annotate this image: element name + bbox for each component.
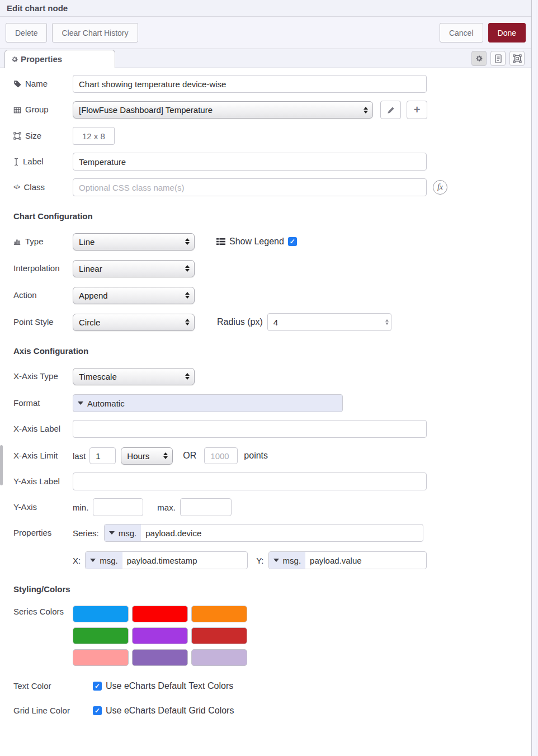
done-button[interactable]: Done: [488, 23, 526, 42]
class-input[interactable]: [73, 178, 427, 196]
select-arrows-icon: [185, 373, 190, 380]
series-color-swatch-9[interactable]: [191, 649, 247, 666]
gear-icon: [475, 54, 483, 63]
right-scrollbar-track[interactable]: [531, 0, 538, 756]
grid-line-color-checkbox[interactable]: ✓: [93, 706, 102, 715]
select-arrows-icon: [185, 319, 190, 325]
y-typed-input[interactable]: msg. payload.value: [268, 551, 427, 569]
radius-stepper[interactable]: [267, 313, 391, 331]
radius-input[interactable]: [267, 313, 391, 331]
delete-button[interactable]: Delete: [6, 23, 47, 42]
size-label: Size: [25, 131, 41, 141]
name-input[interactable]: [73, 75, 427, 93]
list-icon: [216, 238, 225, 245]
radius-label: Radius (px): [217, 317, 263, 327]
series-type-dropdown[interactable]: msg.: [105, 525, 141, 541]
y-type-dropdown[interactable]: msg.: [269, 552, 306, 569]
properties-form: Name Group [FlowFuse Dashboard] Temperat…: [0, 75, 538, 736]
x-type-dropdown[interactable]: msg.: [86, 552, 122, 569]
cancel-button[interactable]: Cancel: [440, 23, 483, 42]
dialog-toolbar: Delete Clear Chart History Cancel Done: [0, 17, 538, 49]
series-typed-input[interactable]: msg. payload.device: [104, 524, 423, 542]
series-color-swatch-1[interactable]: [73, 606, 129, 622]
y-property-label: Y:: [256, 556, 263, 565]
appearance-icon: [513, 54, 522, 63]
chart-bar-icon: [13, 238, 21, 245]
series-color-swatch-3[interactable]: [191, 606, 247, 622]
x-axis-label-input[interactable]: [73, 420, 427, 438]
series-value[interactable]: payload.device: [141, 525, 422, 541]
series-color-swatch-2[interactable]: [132, 606, 188, 622]
format-typed-input[interactable]: Automatic: [73, 394, 343, 412]
size-button[interactable]: 12 x 8: [73, 127, 115, 145]
size-label-group: Size: [13, 131, 73, 141]
code-icon: </>: [13, 184, 20, 191]
show-legend-checkbox[interactable]: ✓: [288, 237, 297, 246]
i-cursor-icon: [13, 158, 19, 166]
select-arrows-icon: [185, 292, 190, 299]
x-typed-input[interactable]: msg. payload.timestamp: [85, 551, 248, 569]
series-label: Series:: [73, 528, 99, 538]
dialog-title: Edit chart node: [0, 0, 538, 17]
caret-down-icon: [109, 531, 115, 535]
group-select-value: [FlowFuse Dashboard] Temperature: [79, 105, 213, 115]
x-axis-limit-unit-select[interactable]: Hours: [121, 447, 173, 465]
x-axis-type-select[interactable]: Timescale: [73, 368, 195, 385]
point-style-value: Circle: [79, 318, 100, 327]
series-color-swatch-8[interactable]: [132, 649, 188, 666]
x-property-value[interactable]: payload.timestamp: [122, 552, 247, 569]
select-arrows-icon: [364, 107, 368, 114]
y-property-value[interactable]: payload.value: [305, 552, 426, 569]
text-color-checkbox[interactable]: ✓: [93, 682, 102, 691]
tab-properties[interactable]: Properties: [4, 50, 115, 68]
chart-type-value: Line: [79, 237, 95, 247]
pencil-icon: [387, 106, 395, 114]
clear-chart-history-button[interactable]: Clear Chart History: [52, 23, 138, 42]
series-color-swatch-7[interactable]: [73, 649, 129, 666]
x-axis-limit-points-input[interactable]: [204, 447, 238, 464]
text-color-option: ✓ Use eCharts Default Text Colors: [93, 681, 233, 691]
node-appearance-button[interactable]: [509, 51, 525, 66]
series-color-swatch-4[interactable]: [73, 627, 129, 644]
grid-line-color-label: Grid Line Color: [13, 706, 73, 716]
styling-colors-heading: Styling/Colors: [13, 584, 525, 594]
group-label-group: Group: [13, 105, 73, 115]
tab-bar: Properties: [0, 49, 538, 68]
interpolation-select[interactable]: Linear: [73, 260, 195, 277]
series-color-swatch-6[interactable]: [191, 627, 247, 644]
series-color-swatch-5[interactable]: [132, 627, 188, 644]
x-axis-limit-label: X-Axis Limit: [13, 451, 73, 461]
group-label: Group: [25, 105, 49, 115]
action-select[interactable]: Append: [73, 287, 195, 304]
caret-down-icon: [78, 401, 83, 405]
type-label-group: Type: [13, 237, 73, 247]
table-icon: [13, 106, 21, 114]
y-axis-max-input[interactable]: [180, 498, 232, 516]
group-select[interactable]: [FlowFuse Dashboard] Temperature: [73, 101, 373, 119]
chart-type-select[interactable]: Line: [73, 233, 195, 251]
left-scrollbar-thumb[interactable]: [0, 445, 3, 485]
select-arrows-icon: [185, 238, 190, 245]
x-axis-limit-value-input[interactable]: [89, 447, 116, 464]
y-axis-label: Y-Axis: [13, 502, 73, 513]
edit-properties-button[interactable]: [471, 51, 487, 66]
class-label-group: </> Class: [13, 182, 73, 193]
gear-icon: [11, 55, 18, 63]
x-axis-type-value: Timescale: [79, 372, 117, 381]
x-type-value: msg.: [100, 556, 118, 565]
chart-configuration-heading: Chart Configuration: [13, 211, 525, 221]
edit-group-button[interactable]: [380, 101, 401, 119]
tab-actions: [471, 51, 525, 66]
point-style-select[interactable]: Circle: [73, 314, 195, 331]
y-axis-min-input[interactable]: [93, 498, 143, 516]
axis-configuration-heading: Axis Configuration: [13, 346, 525, 356]
stepper-arrows-icon[interactable]: [385, 319, 389, 325]
select-arrows-icon: [163, 452, 168, 459]
format-dropdown[interactable]: Automatic: [73, 395, 129, 412]
add-group-button[interactable]: +: [407, 101, 427, 119]
label-input[interactable]: [73, 153, 427, 171]
y-axis-label-input[interactable]: [73, 472, 427, 490]
tab-properties-label: Properties: [21, 54, 62, 64]
edit-description-button[interactable]: [490, 51, 506, 66]
y-type-value: msg.: [283, 556, 301, 565]
